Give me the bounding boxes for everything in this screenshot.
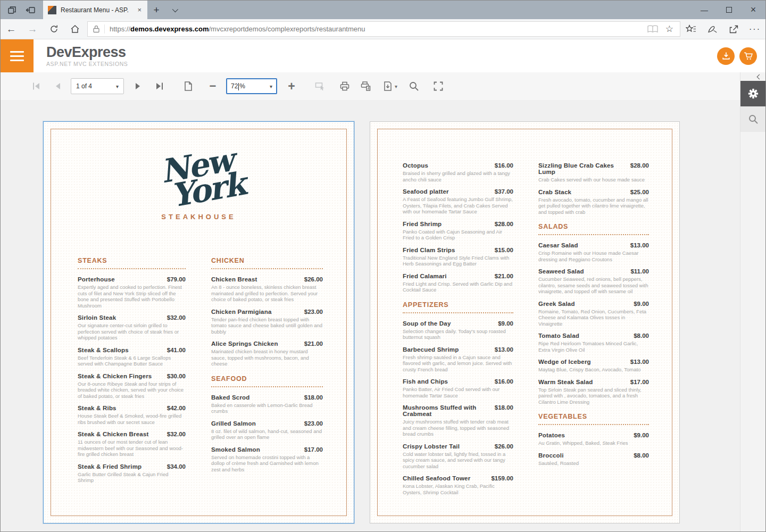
chevron-down-icon: ▾ <box>270 84 272 89</box>
menu-item-description: Sautéed, Roasted <box>538 460 649 467</box>
menu-item-price: $25.00 <box>630 189 649 195</box>
maximize-button[interactable] <box>717 1 741 19</box>
menu-item: Smoked Salmon$17.00Served on homemade cr… <box>211 446 323 473</box>
menu-column: CHICKENChicken Breast$26.00An 8 - ounce … <box>211 257 323 478</box>
menu-item: Broccoli$8.00Sautéed, Roasted <box>538 452 649 467</box>
menu-item-name: Steak & Ribs <box>78 405 116 411</box>
menu-item-description: Traditional New England Style Fried Clam… <box>403 255 513 267</box>
menu-item-description: House Steak Beef & Smoked, wood-fire gri… <box>78 413 186 425</box>
previous-page-button[interactable] <box>49 79 65 94</box>
brand-block: DevExpress ASP.NET MVC EXTENSIONS <box>46 45 128 67</box>
next-page-button[interactable] <box>130 79 146 94</box>
report-page-2[interactable]: Octopus$16.00Braised in sherry grilled a… <box>370 121 680 523</box>
download-button[interactable] <box>717 47 735 65</box>
zoom-in-button[interactable]: + <box>284 79 299 94</box>
hamburger-menu-button[interactable] <box>1 39 34 72</box>
brand-subtitle: ASP.NET MVC EXTENSIONS <box>46 61 128 67</box>
print-button[interactable] <box>337 79 353 94</box>
document-area[interactable]: New York STEAKHOUSE STEAKSPorterhouse$79… <box>1 100 740 531</box>
export-button[interactable]: ▾ <box>379 79 401 94</box>
home-button[interactable] <box>64 19 86 39</box>
new-tab-button[interactable]: + <box>147 1 165 19</box>
menu-item-name: Alice Springs Chicken <box>211 340 278 347</box>
tab-list-button[interactable] <box>165 1 184 19</box>
logo-line2: York <box>169 171 246 209</box>
zoom-out-button[interactable]: − <box>205 79 221 94</box>
tab-close-icon[interactable]: × <box>136 6 143 14</box>
print-page-button[interactable] <box>358 79 374 94</box>
menu-item: Chilled Seafood Tower$159.00Kona Lobster… <box>403 475 513 495</box>
brand-title: DevExpress <box>46 45 128 60</box>
minimize-button[interactable]: — <box>692 1 717 19</box>
menu-item-price: $13.00 <box>630 242 649 248</box>
browser-tab[interactable]: Restaurant Menu - ASP. × <box>43 1 147 19</box>
report-page-1[interactable]: New York STEAKHOUSE STEAKSPorterhouse$79… <box>43 121 354 523</box>
menu-item-name: Seaweed Salad <box>538 268 584 275</box>
menu-item-price: $79.00 <box>167 276 186 282</box>
page-select-combo[interactable]: 1 of 4 ▾ <box>71 78 124 94</box>
addressbar-right-icons: ··· <box>680 19 765 39</box>
menu-item-name: Fried Clam Strips <box>403 247 455 253</box>
menu-item-name: Sizzling Blue Crab Cakes Lump <box>538 162 626 175</box>
menu-item-description: Beef Tenderloin Steak & 6 Large Scallops… <box>78 355 186 367</box>
forward-button[interactable]: → <box>22 19 43 39</box>
last-page-button[interactable] <box>152 79 168 94</box>
menu-item: Seafood platter$37.00A Feast of Seafood … <box>403 188 513 215</box>
menu-item-name: Sirloin Steak <box>78 314 116 321</box>
highlight-editing-fields-button[interactable] <box>312 79 328 94</box>
menu-item-description: An 8 - ounce boneless, skinless chicken … <box>211 284 323 303</box>
menu-item: Wedge of Iceberg$13.00Maytag Blue, Crisp… <box>538 359 649 373</box>
menu-item-description: Panko Batter, Air Fried Cod served with … <box>403 386 513 398</box>
menu-item: Steak & Chicken Fingers$30.00Our 8-ounce… <box>78 373 186 400</box>
right-panel-strip <box>740 72 765 531</box>
menu-item-description: Our signature center-cut sirloin grilled… <box>78 322 186 341</box>
fullscreen-button[interactable] <box>430 79 446 94</box>
web-note-pen-icon[interactable] <box>702 19 723 39</box>
menu-section-title: SEAFOOD <box>211 375 323 387</box>
close-button[interactable]: × <box>741 1 765 19</box>
page-setup-button[interactable] <box>180 79 196 94</box>
menu-item: Chicken Parmigiana$23.00Tender pan-fried… <box>211 309 323 335</box>
menu-item-name: Smoked Salmon <box>211 446 260 453</box>
tab-preview-icon[interactable] <box>5 3 20 17</box>
menu-item-description: Garlic Butter Grilled Steak & Cajun Frie… <box>78 471 186 484</box>
refresh-button[interactable] <box>43 19 64 39</box>
menu-item-name: Mushrooms Stuffed with Crabmeat <box>403 404 490 417</box>
zoom-combo[interactable]: 72% ▾ <box>226 78 277 94</box>
menu-section-title: STEAKS <box>78 257 186 269</box>
menu-item-description: Marinated chicken breast in honey mustar… <box>211 348 323 367</box>
reading-view-icon[interactable] <box>647 25 658 33</box>
menu-item: Fish and Chips$16.00Panko Batter, Air Fr… <box>403 378 513 398</box>
back-button[interactable]: ← <box>1 19 22 39</box>
text-cursor <box>238 83 239 90</box>
menu-item: Grilled Salmon$23.008 oz. filet of wild … <box>211 420 323 440</box>
share-icon[interactable] <box>723 19 744 39</box>
menu-item: Steak & Scallops$41.00Beef Tenderloin St… <box>78 347 186 367</box>
main-content: 1 of 4 ▾ − 72% ▾ + <box>1 72 765 531</box>
set-tabs-aside-icon[interactable] <box>23 3 38 17</box>
address-bar: ← → https://demos.devexpress.com/mvcxrep… <box>1 19 765 39</box>
menu-item-price: $13.00 <box>495 346 513 353</box>
tab-favicon-icon <box>48 6 56 14</box>
menu-item-name: Tomato Salad <box>538 332 579 339</box>
menu-item-name: Soup of the Day <box>403 320 451 327</box>
menu-item-price: $28.00 <box>495 221 513 227</box>
menu-item-name: Steak & Scallops <box>78 347 129 353</box>
divider <box>104 24 105 34</box>
first-page-button[interactable] <box>28 79 44 94</box>
cart-button[interactable] <box>739 47 757 65</box>
menu-item-price: $9.00 <box>498 320 513 327</box>
settings-tab[interactable] <box>740 81 765 106</box>
menu-item-name: Seafood platter <box>403 188 449 195</box>
menu-item-name: Crispy Lobster Tail <box>403 443 460 450</box>
search-document-button[interactable] <box>406 79 422 94</box>
favorite-star-icon[interactable]: ☆ <box>665 23 673 35</box>
url-field[interactable]: https://demos.devexpress.com/mvcxreportd… <box>87 21 680 37</box>
menu-item-description: Crisp Romaine with our House made Caesar… <box>538 250 649 262</box>
search-tab[interactable] <box>740 106 765 132</box>
hub-favorites-icon[interactable] <box>680 19 702 39</box>
more-options-button[interactable]: ··· <box>744 19 765 39</box>
menu-item-price: $17.00 <box>304 446 323 453</box>
menu-item: Crab Stack$25.00Fresh avocado, tomato, c… <box>538 189 649 215</box>
collapse-panel-button[interactable] <box>740 72 765 81</box>
